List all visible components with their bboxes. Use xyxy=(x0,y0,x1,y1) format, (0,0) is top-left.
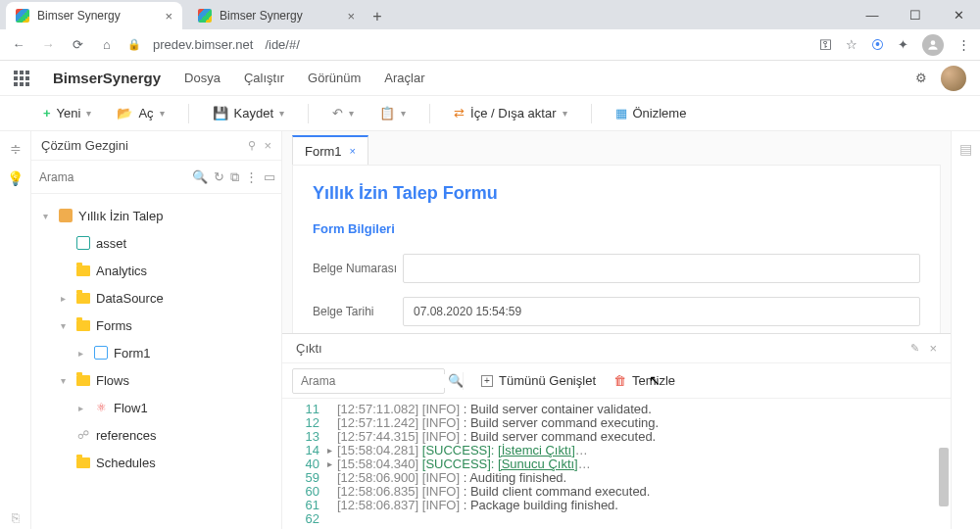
save-button[interactable]: 💾Kaydet▾ xyxy=(205,102,292,124)
tree-project[interactable]: ▾Yıllık İzin Talep xyxy=(31,202,281,229)
output-line: 59[12:58:06.900] [INFO] : Auditing finis… xyxy=(282,471,951,485)
tree-forms[interactable]: ▾Forms xyxy=(31,312,281,339)
brand-label[interactable]: BimserSynergy xyxy=(53,70,161,86)
trash-icon: 🗑 xyxy=(613,373,626,388)
reload-icon[interactable]: ⟳ xyxy=(69,37,86,52)
user-avatar[interactable] xyxy=(941,66,966,91)
tree-label: Forms xyxy=(96,318,132,333)
preview-button[interactable]: ▦Önizleme xyxy=(608,102,695,124)
clear-button[interactable]: 🗑Temizle xyxy=(613,373,675,388)
menu-file[interactable]: Dosya xyxy=(184,71,220,85)
fold-icon[interactable]: ▸ xyxy=(327,457,337,471)
window-maximize-icon[interactable]: ☐ xyxy=(894,0,937,29)
chevron-down-icon: ▾ xyxy=(86,108,91,119)
pin-icon[interactable]: ⚲ xyxy=(248,139,256,152)
search-icon[interactable]: 🔍 xyxy=(448,373,464,388)
doc-no-label: Belge Numarası xyxy=(313,262,403,275)
doc-no-input[interactable] xyxy=(403,254,920,283)
menu-view[interactable]: Görünüm xyxy=(308,71,361,85)
line-number: 60 xyxy=(292,485,319,499)
extensions-icon[interactable]: ✦ xyxy=(898,37,908,52)
pin-icon[interactable]: ✎ xyxy=(910,342,919,355)
rail-right-icon[interactable]: ▤ xyxy=(959,141,972,157)
tree-flows[interactable]: ▾Flows xyxy=(31,366,281,394)
settings-icon[interactable]: ⚙ xyxy=(915,71,927,85)
panel-icon[interactable]: ▭ xyxy=(264,169,275,184)
tab-close-icon[interactable]: × xyxy=(347,9,355,24)
browser-tab-active[interactable]: Bimser Synergy × xyxy=(6,2,182,29)
line-number: 40 xyxy=(292,457,319,471)
output-scrollbar[interactable] xyxy=(939,399,949,529)
open-button[interactable]: 📂Aç▾ xyxy=(109,102,172,124)
output-search-input[interactable] xyxy=(301,374,448,388)
home-icon[interactable]: ⌂ xyxy=(98,37,116,52)
output-line: 62 xyxy=(282,512,951,526)
tree-datasource[interactable]: ▸DataSource xyxy=(31,284,281,312)
chevron-down-icon: ▾ xyxy=(160,108,165,119)
tab-close-icon[interactable]: × xyxy=(350,145,356,157)
lock-icon[interactable]: 🔒 xyxy=(127,38,141,51)
import-export-button[interactable]: ⇄İçe / Dışa aktar▾ xyxy=(446,102,574,124)
form-icon xyxy=(94,346,108,360)
separator xyxy=(308,104,309,123)
line-content: [12:58:06.837] [INFO] : Package building… xyxy=(337,499,618,512)
url-host[interactable]: predev.bimser.net xyxy=(153,37,253,52)
tree-label: references xyxy=(96,428,156,443)
output-search: 🔍 xyxy=(292,368,445,394)
back-icon[interactable]: ← xyxy=(10,37,27,52)
fold-icon[interactable]: ▸ xyxy=(327,444,337,457)
profile-icon[interactable] xyxy=(922,34,944,56)
form-row-docdate: Belge Tarihi xyxy=(313,297,920,326)
line-number: 11 xyxy=(292,403,319,416)
menu-run[interactable]: Çalıştır xyxy=(244,71,284,85)
window-close-icon[interactable]: ✕ xyxy=(937,0,980,29)
project-icon xyxy=(59,209,73,222)
line-content: [12:58:06.900] [INFO] : Auditing finishe… xyxy=(337,471,566,485)
open-label: Aç xyxy=(138,106,153,120)
translate-icon[interactable]: ⦿ xyxy=(871,37,884,52)
refresh-icon[interactable]: ↻ xyxy=(214,169,224,184)
key-icon[interactable]: ⚿ xyxy=(819,37,832,52)
separator xyxy=(429,104,430,123)
folder-icon xyxy=(76,320,90,331)
menu-tools[interactable]: Araçlar xyxy=(384,71,424,85)
tree-label: asset xyxy=(96,236,126,251)
expand-all-label: Tümünü Genişlet xyxy=(499,373,596,388)
expand-all-button[interactable]: +Tümünü Genişlet xyxy=(481,373,596,388)
apps-grid-icon[interactable] xyxy=(14,71,29,86)
tab-title: Bimser Synergy xyxy=(220,9,339,23)
explorer-search-input[interactable] xyxy=(39,170,186,184)
undo-button[interactable]: ↶▾ xyxy=(324,102,362,124)
tab-close-icon[interactable]: × xyxy=(165,9,172,24)
tree-label: DataSource xyxy=(96,291,164,306)
clipboard-button[interactable]: 📋▾ xyxy=(371,102,414,124)
new-tab-button[interactable]: + xyxy=(365,4,390,29)
rail-bulb-icon[interactable]: 💡 xyxy=(7,170,24,186)
new-label: Yeni xyxy=(57,106,81,120)
close-icon[interactable]: × xyxy=(264,138,271,153)
browser-tab-inactive[interactable]: Bimser Synergy × xyxy=(188,2,365,29)
svg-point-0 xyxy=(931,40,936,45)
output-body[interactable]: 11[12:57:11.082] [INFO] : Build server c… xyxy=(282,399,951,529)
rail-bottom-icon[interactable]: ⎘ xyxy=(12,510,20,525)
new-button[interactable]: +Yeni▾ xyxy=(35,102,99,124)
tree-schedules[interactable]: Schedules xyxy=(31,449,281,476)
star-icon[interactable]: ☆ xyxy=(846,37,858,52)
tree-analytics[interactable]: Analytics xyxy=(31,257,281,284)
copy-icon[interactable]: ⧉ xyxy=(230,169,239,185)
search-icon[interactable]: 🔍 xyxy=(192,169,208,184)
close-icon[interactable]: × xyxy=(929,341,937,356)
document-tab-form1[interactable]: Form1 × xyxy=(292,135,368,165)
more-icon[interactable]: ⋮ xyxy=(245,169,258,184)
tree-references[interactable]: ☍references xyxy=(31,421,281,449)
window-minimize-icon[interactable]: — xyxy=(851,0,894,29)
explorer-header: Çözüm Gezgini ⚲ × xyxy=(31,131,281,161)
doc-date-input[interactable] xyxy=(403,297,920,326)
rail-tune-icon[interactable]: ≑ xyxy=(10,141,22,157)
menu-icon[interactable]: ⋮ xyxy=(957,37,970,52)
url-path[interactable]: /ide/#/ xyxy=(265,37,299,52)
tree-flow1[interactable]: ▸⚛Flow1 xyxy=(31,394,281,421)
tree-form1[interactable]: ▸Form1 xyxy=(31,339,281,366)
tree-asset[interactable]: asset xyxy=(31,229,281,257)
chevron-down-icon: ▾ xyxy=(279,108,284,119)
